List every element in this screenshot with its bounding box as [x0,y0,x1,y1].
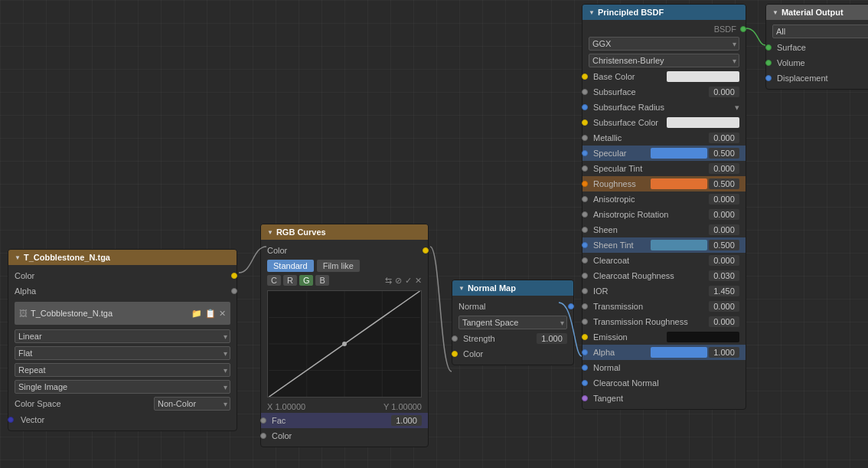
copy-icon[interactable]: 📋 [205,309,216,319]
curve-svg [268,291,421,397]
emission-socket[interactable] [582,334,588,340]
specular-bar[interactable] [651,148,708,159]
tab-standard[interactable]: Standard [267,260,314,272]
transmission-value[interactable]: 0.000 [709,301,739,312]
color-output-socket[interactable] [231,273,237,279]
sheen-tint-socket[interactable] [582,242,588,248]
roughness-socket[interactable] [582,181,588,187]
fac-input-socket[interactable] [260,417,266,424]
ior-value[interactable]: 1.450 [709,286,739,296]
y-coord: Y 1.00000 [383,402,422,411]
projection-select[interactable]: Flat Box Sphere Tube [15,346,230,360]
strength-socket[interactable] [452,335,458,342]
transmission-roughness-socket[interactable] [582,319,588,325]
transmission-roughness-value[interactable]: 0.000 [709,316,739,327]
normal-out-socket[interactable] [568,303,574,309]
curves-color-out-socket[interactable] [423,247,429,254]
subsurface-color-socket[interactable] [582,119,588,126]
transmission-socket[interactable] [582,303,588,309]
emission-row: Emission [582,329,746,345]
sheen-tint-value[interactable]: 0.500 [709,240,739,250]
channel-g[interactable]: G [299,275,314,286]
strength-value[interactable]: 1.000 [537,333,567,344]
specular-value[interactable]: 0.500 [709,148,739,159]
specular-tint-value[interactable]: 0.000 [709,163,739,174]
clearcoat-value[interactable]: 0.000 [709,255,739,266]
volume-socket[interactable] [765,60,772,66]
alpha-output-socket[interactable] [231,288,237,294]
metallic-socket[interactable] [582,135,588,141]
tab-filmlike[interactable]: Film like [317,260,360,272]
subsurface-radius-socket[interactable] [582,104,588,110]
sheen-socket[interactable] [582,227,588,233]
displacement-socket[interactable] [765,75,772,81]
roughness-bar[interactable] [651,178,708,189]
normalmap-color-socket[interactable] [452,351,458,357]
alpha-bar[interactable] [651,347,708,358]
base-color-socket[interactable] [582,74,588,80]
tangent-space-select[interactable]: Tangent Space Object Space World Space [458,316,567,329]
channel-b[interactable]: B [315,275,328,286]
bsdf-node-header[interactable]: ▼ Principled BSDF [582,5,746,20]
sheen-tint-bar[interactable] [651,240,708,250]
control-point[interactable] [342,342,347,346]
clearcoat-socket[interactable] [582,257,588,263]
fac-value[interactable]: 1.000 [391,415,422,426]
surface-socket[interactable] [765,44,772,51]
subsurface-value[interactable]: 0.000 [709,87,739,97]
vector-socket[interactable] [8,417,14,423]
specular-tint-row: Specular Tint 0.000 [582,161,746,176]
specular-tint-label: Specular Tint [589,164,709,173]
interpolation-select[interactable]: Linear Closest Cubic Smart [15,329,230,343]
channel-c[interactable]: C [267,275,281,286]
folder-icon[interactable]: 📁 [191,309,202,319]
colorspace-select[interactable]: Non-Color sRGB Linear [154,397,230,411]
clearcoat-roughness-value[interactable]: 0.030 [709,270,739,281]
check-icon[interactable]: ✓ [405,276,412,286]
normalmap-color-label: Color [458,349,567,358]
channel-r[interactable]: R [283,275,297,286]
flip-icon[interactable]: ⇆ [385,276,392,286]
anisotropic-socket[interactable] [582,196,588,202]
subsurface-method-select[interactable]: Christensen-Burley Random Walk [589,54,739,67]
source-row: Single Image Image Sequence Movie Genera… [8,378,237,395]
curves-color-in-socket[interactable] [260,433,266,439]
bsdf-output-socket[interactable] [740,26,746,32]
bsdf-output-label: BSDF [714,25,739,34]
normalmap-header[interactable]: ▼ Normal Map [452,280,573,296]
anisotropic-value[interactable]: 0.000 [709,194,739,205]
alpha-row: Alpha 1.000 [582,345,746,360]
close-curve-icon[interactable]: ✕ [415,276,422,286]
clearcoat-normal-socket[interactable] [582,380,588,386]
tangent-socket[interactable] [582,395,588,401]
clearcoat-roughness-socket[interactable] [582,273,588,279]
source-select[interactable]: Single Image Image Sequence Movie Genera… [15,380,230,394]
emission-swatch[interactable] [667,332,740,342]
subsurface-radius-arrow[interactable]: ▾ [735,103,739,113]
texture-alpha-row: Alpha [8,283,237,299]
curves-color-out-label: Color [267,431,422,440]
subsurface-socket[interactable] [582,89,588,95]
output-node-header[interactable]: ▼ Material Output [766,5,868,20]
invert-icon[interactable]: ⊘ [395,276,402,286]
texture-node-header[interactable]: ▼ T_Cobblestone_N.tga [8,250,237,265]
subsurface-color-swatch[interactable] [667,117,740,128]
anisotropic-rotation-value[interactable]: 0.000 [709,209,739,220]
roughness-value[interactable]: 0.500 [709,178,739,189]
specular-socket[interactable] [582,150,588,156]
anisotropic-rotation-socket[interactable] [582,211,588,218]
close-icon[interactable]: ✕ [219,309,226,319]
dist-select[interactable]: GGX Beckmann Multiscatter GGX [589,37,739,51]
subsurface-label: Subsurface [589,87,709,97]
alpha-value[interactable]: 1.000 [709,347,739,358]
metallic-value[interactable]: 0.000 [709,133,739,143]
specular-tint-socket[interactable] [582,165,588,172]
ior-socket[interactable] [582,288,588,294]
alpha-bsdf-socket[interactable] [582,349,588,355]
output-target-select[interactable]: All Eevee Cycles [772,25,868,38]
base-color-swatch[interactable] [667,71,740,82]
curves-node-header[interactable]: ▼ RGB Curves [261,224,428,240]
normal-input-socket[interactable] [582,365,588,371]
extension-select[interactable]: Repeat Extend Clip [15,363,230,377]
sheen-value[interactable]: 0.000 [709,224,739,235]
